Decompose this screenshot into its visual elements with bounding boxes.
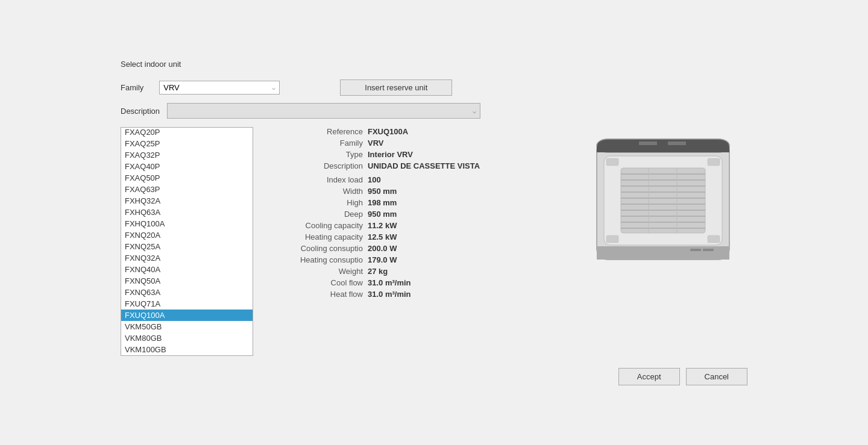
list-item[interactable]: FXAQ50P <box>121 172 253 184</box>
cancel-button[interactable]: Cancel <box>686 368 747 385</box>
family-detail-row: Family VRV <box>271 138 561 148</box>
cool-flow-row: Cool flow 31.0 m³/min <box>271 278 561 287</box>
family-dropdown[interactable]: VRV ⌵ <box>159 81 280 95</box>
deep-value: 950 mm <box>368 210 397 219</box>
list-item[interactable]: FXUQ71A <box>121 298 253 310</box>
index-load-value: 100 <box>368 175 381 184</box>
reference-value: FXUQ100A <box>368 127 408 136</box>
type-value: Interior VRV <box>368 150 413 159</box>
list-item[interactable]: VKM100GB <box>121 344 253 355</box>
details-panel: Reference FXUQ100A Family VRV Type Inter… <box>265 127 567 356</box>
unit-image <box>591 133 735 266</box>
heat-flow-label: Heat flow <box>271 290 368 299</box>
list-item[interactable]: FXHQ100A <box>121 218 253 229</box>
list-item[interactable]: FXNQ32A <box>121 252 253 264</box>
type-label: Type <box>271 150 368 159</box>
heat-flow-value: 31.0 m³/min <box>368 290 411 299</box>
svg-rect-4 <box>597 252 729 260</box>
list-item[interactable]: FXNQ63A <box>121 287 253 298</box>
chevron-down-icon: ⌵ <box>272 84 275 91</box>
type-row: Type Interior VRV <box>271 150 561 159</box>
select-indoor-unit-dialog: Select indoor unit Family VRV ⌵ Insert r… <box>102 48 766 397</box>
width-row: Width 950 mm <box>271 187 561 196</box>
main-content: FXLQ32PFXLQ40PFXLQ50PFXLQ63PFXAQ15PFXAQ2… <box>121 127 747 356</box>
family-label: Family <box>121 83 143 92</box>
svg-rect-26 <box>703 249 714 251</box>
width-label: Width <box>271 187 368 196</box>
description-detail-value: UNIDAD DE CASSETTE VISTA <box>368 161 480 170</box>
dialog-title: Select indoor unit <box>121 60 747 69</box>
description-dropdown[interactable]: ⌵ <box>167 103 480 119</box>
cool-flow-label: Cool flow <box>271 278 368 287</box>
cooling-consuptio-row: Cooling consuptio 200.0 W <box>271 244 561 253</box>
list-item[interactable]: FXAQ25P <box>121 138 253 149</box>
list-item[interactable]: FXHQ32A <box>121 195 253 207</box>
list-item[interactable]: FXAQ32P <box>121 149 253 161</box>
list-item[interactable]: FXNQ25A <box>121 241 253 252</box>
cooling-consuptio-value: 200.0 W <box>368 244 397 253</box>
high-label: High <box>271 198 368 207</box>
svg-rect-20 <box>708 158 720 166</box>
weight-label: Weight <box>271 267 368 276</box>
accept-button[interactable]: Accept <box>618 368 680 385</box>
weight-row: Weight 27 kg <box>271 267 561 276</box>
list-item[interactable]: FXUQ100A <box>121 310 253 321</box>
svg-rect-6 <box>621 168 705 233</box>
top-row: Family VRV ⌵ Insert reserve unit <box>121 79 747 96</box>
heating-capacity-value: 12.5 kW <box>368 232 397 241</box>
cooling-capacity-row: Cooling capacity 11.2 kW <box>271 221 561 230</box>
family-detail-value: VRV <box>368 138 384 148</box>
heat-flow-row: Heat flow 31.0 m³/min <box>271 290 561 299</box>
heating-consuptio-label: Heating consuptio <box>271 255 368 264</box>
description-detail-label: Description <box>271 161 368 170</box>
svg-rect-2 <box>597 146 729 152</box>
list-item[interactable]: VKM80GB <box>121 332 253 344</box>
chevron-down-icon: ⌵ <box>473 108 476 114</box>
family-value: VRV <box>163 83 180 92</box>
list-item[interactable]: FXAQ63P <box>121 184 253 195</box>
list-item[interactable]: FXNQ40A <box>121 264 253 275</box>
reference-row: Reference FXUQ100A <box>271 127 561 136</box>
list-item[interactable]: VKM50GB <box>121 321 253 332</box>
insert-reserve-button[interactable]: Insert reserve unit <box>340 79 452 96</box>
cooling-consuptio-label: Cooling consuptio <box>271 244 368 253</box>
cooling-capacity-label: Cooling capacity <box>271 221 368 230</box>
svg-rect-23 <box>639 142 657 145</box>
index-load-label: Index load <box>271 175 368 184</box>
family-detail-label: Family <box>271 138 368 148</box>
reference-label: Reference <box>271 127 368 136</box>
svg-rect-22 <box>708 235 720 243</box>
width-value: 950 mm <box>368 187 397 196</box>
deep-label: Deep <box>271 210 368 219</box>
description-label: Description <box>121 107 160 116</box>
index-load-row: Index load 100 <box>271 175 561 184</box>
heating-consuptio-value: 179.0 W <box>368 255 397 264</box>
svg-rect-21 <box>606 235 618 243</box>
heating-consuptio-row: Heating consuptio 179.0 W <box>271 255 561 264</box>
svg-rect-19 <box>606 158 618 166</box>
description-row: Description ⌵ <box>121 103 747 119</box>
image-panel <box>579 127 747 356</box>
high-value: 198 mm <box>368 198 397 207</box>
list-item[interactable]: FXAQ20P <box>121 127 253 138</box>
list-item[interactable]: FXHQ63A <box>121 207 253 218</box>
svg-rect-24 <box>668 142 686 145</box>
deep-row: Deep 950 mm <box>271 210 561 219</box>
list-item[interactable]: FXAQ40P <box>121 161 253 172</box>
list-item[interactable]: FXNQ50A <box>121 275 253 287</box>
high-row: High 198 mm <box>271 198 561 207</box>
heating-capacity-label: Heating capacity <box>271 232 368 241</box>
list-item[interactable]: FXNQ20A <box>121 229 253 241</box>
heating-capacity-row: Heating capacity 12.5 kW <box>271 232 561 241</box>
svg-rect-25 <box>690 249 701 251</box>
cool-flow-value: 31.0 m³/min <box>368 278 411 287</box>
cooling-capacity-value: 11.2 kW <box>368 221 397 230</box>
weight-value: 27 kg <box>368 267 388 276</box>
description-detail-row: Description UNIDAD DE CASSETTE VISTA <box>271 161 561 170</box>
unit-list[interactable]: FXLQ32PFXLQ40PFXLQ50PFXLQ63PFXAQ15PFXAQ2… <box>121 127 253 356</box>
footer-buttons: Accept Cancel <box>121 368 747 385</box>
